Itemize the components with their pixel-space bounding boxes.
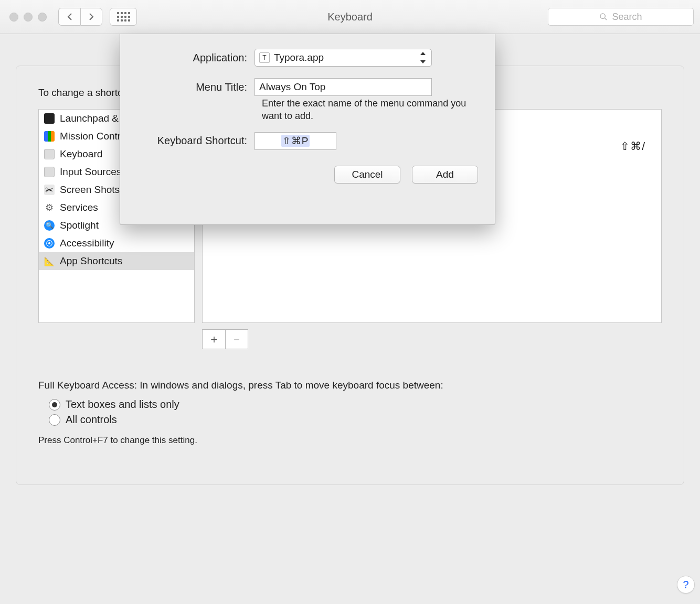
input-sources-icon bbox=[44, 167, 55, 177]
category-accessibility[interactable]: ⦿ Accessibility bbox=[39, 234, 194, 252]
full-keyboard-access-label: Full Keyboard Access: In windows and dia… bbox=[38, 380, 662, 391]
typora-app-icon: T bbox=[259, 52, 270, 63]
shortcut-field[interactable]: ⇧⌘P bbox=[254, 132, 336, 150]
fka-note: Press Control+F7 to change this setting. bbox=[38, 435, 662, 446]
remove-shortcut-button[interactable]: － bbox=[225, 329, 248, 349]
cancel-button[interactable]: Cancel bbox=[334, 166, 400, 184]
svg-point-0 bbox=[600, 14, 605, 18]
launchpad-icon bbox=[44, 113, 55, 124]
menu-title-field[interactable]: Always On Top bbox=[254, 78, 432, 96]
screenshots-icon: ✂ bbox=[44, 185, 55, 195]
radio-all-controls[interactable]: All controls bbox=[49, 414, 662, 426]
radio-text-boxes-only[interactable]: Text boxes and lists only bbox=[49, 398, 662, 411]
toolbar: Keyboard Search bbox=[0, 0, 700, 34]
back-button[interactable] bbox=[58, 8, 80, 26]
add-shortcut-sheet: Application: T Typora.app Menu Title: Al… bbox=[120, 34, 495, 225]
forward-button[interactable] bbox=[80, 8, 102, 26]
updown-arrows-icon bbox=[419, 51, 428, 64]
accessibility-icon: ⦿ bbox=[44, 238, 55, 249]
menu-title-label: Menu Title: bbox=[133, 81, 254, 93]
zoom-window-icon[interactable] bbox=[38, 13, 47, 21]
mission-control-icon bbox=[44, 131, 55, 142]
minimize-window-icon[interactable] bbox=[24, 13, 33, 21]
svg-line-1 bbox=[604, 18, 607, 20]
services-icon: ⚙ bbox=[44, 202, 55, 213]
help-button[interactable]: ? bbox=[677, 576, 695, 594]
search-icon bbox=[599, 13, 608, 21]
application-value: Typora.app bbox=[274, 52, 324, 63]
window-controls bbox=[6, 13, 47, 21]
show-all-button[interactable] bbox=[110, 8, 137, 26]
add-remove-buttons: ＋ － bbox=[202, 329, 662, 349]
spotlight-icon: 🔍 bbox=[44, 220, 55, 231]
grid-icon bbox=[117, 12, 130, 21]
shortcut-label: Keyboard Shortcut: bbox=[133, 135, 254, 147]
app-shortcuts-icon: 📐 bbox=[44, 256, 55, 266]
radio-icon bbox=[49, 414, 60, 426]
shortcut-value: ⇧⌘/ bbox=[620, 140, 645, 153]
menu-title-help: Enter the exact name of the menu command… bbox=[262, 97, 482, 123]
radio-icon bbox=[49, 399, 60, 411]
close-window-icon[interactable] bbox=[9, 13, 18, 21]
search-input[interactable]: Search bbox=[548, 8, 694, 26]
application-label: Application: bbox=[133, 52, 254, 64]
nav-buttons bbox=[58, 8, 102, 26]
keyboard-icon bbox=[44, 149, 55, 159]
category-app-shortcuts[interactable]: 📐 App Shortcuts bbox=[39, 252, 194, 270]
search-placeholder: Search bbox=[612, 12, 642, 23]
add-button[interactable]: Add bbox=[412, 166, 478, 184]
fka-radio-group: Text boxes and lists only All controls bbox=[38, 398, 662, 426]
application-popup[interactable]: T Typora.app bbox=[254, 49, 432, 67]
add-shortcut-button[interactable]: ＋ bbox=[202, 329, 225, 349]
